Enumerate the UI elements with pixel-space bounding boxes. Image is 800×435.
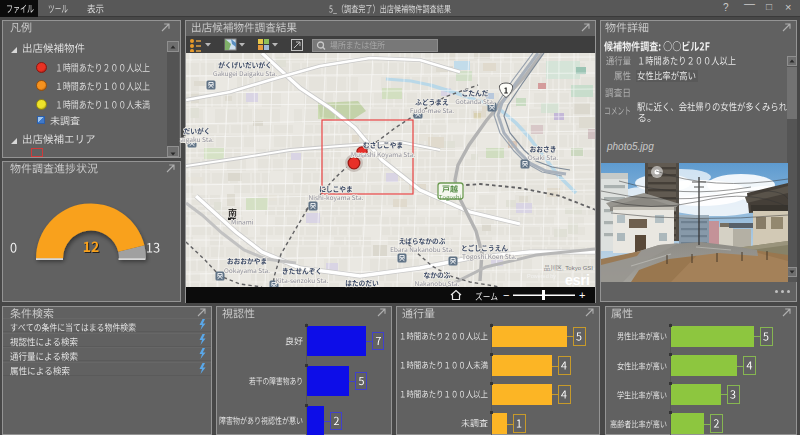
svg-text:+: + [579, 289, 585, 301]
svg-text:−: − [503, 289, 509, 301]
